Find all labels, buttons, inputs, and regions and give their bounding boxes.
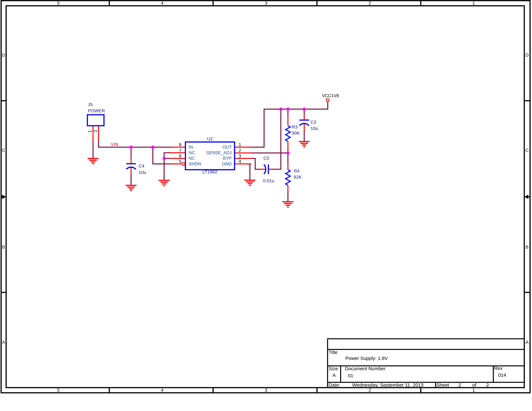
date-label: Date: (329, 382, 340, 388)
grid-row-b-left: B (2, 244, 5, 250)
j5-connector[interactable]: J5 POWER 1 2 (87, 102, 105, 133)
u2-regulator[interactable]: U2 LT1962 8 7 6 5 1 2 3 4 IN NC NC SHDN … (179, 136, 241, 174)
title-label: Title (329, 350, 338, 355)
junction-dot (286, 108, 290, 111)
vcc-power-symbol[interactable]: VCC1V8 (322, 93, 339, 102)
junction-dot (286, 151, 290, 155)
u2-shdn-bubble-icon (182, 162, 185, 165)
wire-shdn (153, 147, 170, 164)
u2-pin7-number: 7 (179, 148, 181, 153)
wire-vin-rail (98, 141, 172, 147)
inner-border (6, 6, 524, 388)
grid-col-5-top: 5 (57, 1, 60, 6)
wire-gnd-pin (250, 164, 251, 180)
grid-row-d-left: D (2, 53, 5, 57)
r3-body[interactable] (285, 126, 290, 141)
left-mid-arrow-icon (1, 195, 6, 199)
ground-symbol-r4[interactable] (283, 202, 294, 207)
r4-value: 62K (294, 175, 302, 179)
grid-col-4-top: 4 (161, 1, 163, 6)
grid-col-2-bottom: 2 (369, 388, 371, 393)
j5-refdes: J5 (88, 102, 93, 107)
u2-pin-name-shdn: SHDN (189, 161, 201, 166)
sheet-number: 2 (458, 382, 461, 388)
grid-col-1-top: 1 (472, 1, 475, 6)
grid-col-4-bottom: 4 (161, 388, 163, 393)
c3-capacitor[interactable]: C3 10u (299, 120, 318, 131)
u2-pin-name-nc6: NC (189, 156, 195, 161)
grid-row-b-right: B (526, 244, 529, 250)
title-block-outline (328, 339, 524, 388)
grid-col-5-bottom: 5 (57, 388, 60, 393)
u2-value: LT1962 (202, 169, 218, 174)
u2-pin8-number: 8 (179, 142, 181, 147)
c4-value: 10u (139, 170, 146, 175)
size-value: A (332, 373, 336, 378)
grid-col-3-top: 3 (265, 1, 267, 6)
u2-pin-name-nc7: NC (189, 150, 195, 155)
vcc-circle-icon (326, 99, 329, 102)
sheet-total: 2 (486, 382, 489, 388)
u2-pin-name-in: IN (189, 145, 193, 149)
net-label-vin: VIN (111, 142, 118, 147)
r3-value: 30K (292, 131, 300, 136)
j5-body[interactable] (87, 115, 104, 126)
right-mid-arrow-icon (524, 195, 530, 199)
u2-pin5-number: 5 (179, 159, 181, 164)
u2-pin-name-out: OUT (222, 145, 232, 149)
junction-dot (303, 108, 306, 111)
j5-value: POWER (88, 108, 105, 113)
grid-row-c-right: C (525, 148, 529, 153)
junction-dot (129, 146, 133, 149)
c4-refdes: C4 (139, 163, 144, 168)
r4-body[interactable] (285, 170, 290, 185)
ground-symbol-j5[interactable] (87, 159, 98, 164)
ground-symbol-c3[interactable] (299, 141, 310, 147)
u2-pin6-number: 6 (179, 154, 181, 159)
junction-dot (162, 157, 166, 160)
document-number-label: Document Number (345, 366, 386, 371)
r4-refdes: R4 (294, 168, 300, 173)
c4-capacitor[interactable]: C4 10u (126, 163, 146, 175)
r3-refdes: R3 (292, 124, 298, 130)
r3-resistor[interactable]: R3 30K (285, 124, 300, 141)
u2-refdes: U2 (207, 136, 213, 141)
grid-col-3-bottom: 3 (265, 388, 267, 393)
document-number-value: 01 (348, 373, 353, 378)
ground-symbols (87, 141, 310, 207)
u2-pin4-number: 4 (238, 159, 241, 164)
sheet-label: Sheet (437, 382, 449, 388)
junction-dot (279, 108, 283, 111)
grid-col-1-bottom: 1 (472, 388, 475, 393)
ground-symbol-c4[interactable] (126, 185, 137, 191)
j5-pin1-number: 1 (87, 130, 92, 132)
u2-pin-name-gnd: GND (222, 161, 232, 166)
grid-row-d-right: D (525, 53, 529, 57)
ground-symbol-nc[interactable] (159, 180, 170, 186)
junction-dot (151, 146, 154, 149)
j5-pin2-number: 2 (93, 130, 98, 132)
u2-pin-name-byp: BYP (223, 156, 232, 161)
c5-refdes: C5 (263, 156, 269, 161)
u2-pin-name-sense: SENSE_ADJ (206, 150, 232, 155)
u2-pin2-number: 2 (238, 148, 241, 153)
title-value: Power Supply: 1.8V (345, 355, 388, 361)
outer-border (1, 1, 530, 393)
schematic-page: 5 4 3 2 1 5 4 3 2 1 D C B A D C B A Titl… (0, 0, 532, 411)
rev-label: Rev (494, 365, 503, 371)
size-label: Size (329, 366, 338, 371)
c3-refdes: C3 (311, 120, 316, 125)
c5-value: 0.01u (263, 178, 274, 183)
title-block: Title Power Supply: 1.8V Size A Document… (328, 339, 524, 388)
grid-row-a-left: A (2, 340, 5, 345)
r4-resistor[interactable]: R4 62K (285, 168, 302, 185)
ground-symbol-u2gnd[interactable] (244, 180, 255, 186)
c3-value: 10u (311, 126, 318, 131)
u2-pin3-number: 3 (238, 154, 241, 159)
sheet-of-label: of (472, 382, 476, 388)
grid-row-a-right: A (526, 340, 529, 345)
sheet-border: 5 4 3 2 1 5 4 3 2 1 D C B A D C B A (1, 1, 530, 393)
date-value: Wednesday, September 11, 2013 (352, 382, 424, 388)
u2-pin1-number: 1 (238, 142, 241, 147)
grid-row-c-left: C (2, 148, 5, 153)
